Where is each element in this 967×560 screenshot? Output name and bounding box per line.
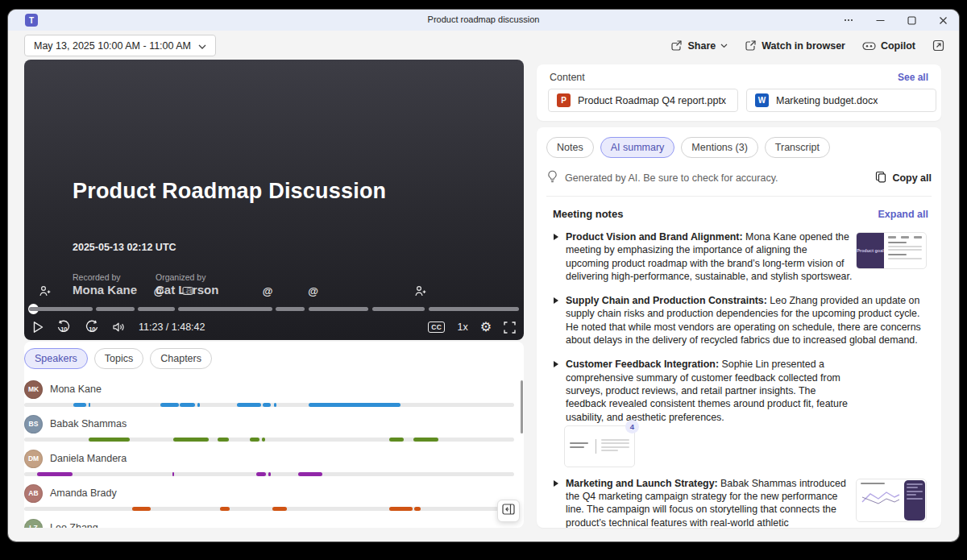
expand-caret-icon[interactable]	[554, 234, 558, 240]
mini-line-chart	[861, 486, 901, 508]
tab-chapters[interactable]: Chapters	[150, 348, 212, 369]
open-side-panel-button[interactable]	[497, 500, 520, 522]
person-add-marker-icon[interactable]	[415, 285, 427, 301]
ai-notice-banner: Generated by AI. Be sure to check for ac…	[546, 170, 932, 197]
speaker-timeline[interactable]	[24, 403, 514, 407]
copy-icon	[875, 171, 886, 185]
file-chip-docx[interactable]: W Marketing budget.docx	[746, 89, 936, 112]
recap-panel: Notes AI summary Mentions (3) Transcript…	[537, 127, 941, 528]
app-window: T Product roadmap discussion May 13, 202…	[8, 10, 959, 541]
forward-10-icon[interactable]: 10	[84, 320, 100, 334]
clip-marker-icon[interactable]	[182, 285, 193, 298]
meeting-notes-heading: Meeting notes	[553, 208, 623, 220]
note-title: Supply Chain and Production Constraints:	[566, 295, 767, 306]
note-title: Product Vision and Brand Alignment:	[566, 231, 743, 243]
see-all-link[interactable]: See all	[898, 72, 928, 83]
speaker-name: Daniela Mandera	[50, 453, 127, 464]
volume-button[interactable]	[112, 321, 125, 333]
speaker-row[interactable]: LZ Leo Zhang	[24, 518, 516, 528]
speaker-row[interactable]: DM Daniela Mandera	[24, 449, 516, 483]
fullscreen-button[interactable]	[504, 321, 516, 334]
playback-rate-button[interactable]: 1x	[457, 321, 467, 333]
content-section: Content See all P Product Roadmap Q4 rep…	[537, 64, 941, 121]
expand-caret-icon[interactable]	[554, 361, 558, 367]
expand-caret-icon[interactable]	[554, 297, 558, 304]
date-range-dropdown[interactable]: May 13, 2025 10:00 AM - 11:00 AM	[24, 35, 216, 56]
avatar: LZ	[24, 519, 43, 529]
copilot-icon	[862, 39, 876, 52]
date-range-label: May 13, 2025 10:00 AM - 11:00 AM	[34, 40, 191, 52]
tab-transcript[interactable]: Transcript	[765, 137, 830, 158]
chevron-down-icon	[720, 44, 728, 48]
mention-marker-icon[interactable]: @	[308, 285, 318, 298]
mention-marker-icon[interactable]: @	[154, 285, 164, 298]
time-display: 11:23 / 1:48:42	[139, 321, 205, 333]
speaker-timeline[interactable]	[24, 507, 514, 511]
watch-in-browser-button[interactable]: Watch in browser	[745, 39, 845, 52]
video-player[interactable]: Product Roadmap Discussion 2025-05-13 02…	[24, 60, 524, 340]
speaker-name: Babak Shammas	[50, 418, 127, 429]
avatar: AB	[24, 484, 43, 503]
scrollbar-thumb[interactable]	[521, 380, 523, 433]
share-button[interactable]: Share	[670, 39, 728, 52]
watch-in-browser-label: Watch in browser	[762, 40, 845, 52]
speaker-name: Mona Kane	[50, 384, 102, 395]
share-label: Share	[687, 40, 716, 52]
svg-text:10: 10	[60, 326, 67, 333]
expand-all-link[interactable]: Expand all	[878, 209, 928, 220]
progress-bar[interactable]	[29, 307, 519, 311]
copilot-button[interactable]: Copilot	[862, 39, 915, 52]
mention-marker-icon[interactable]: @	[263, 285, 273, 298]
avatar: BS	[24, 415, 43, 433]
speaker-name: Leo Zhang	[50, 522, 98, 528]
recorded-by-label: Recorded by	[73, 272, 121, 282]
person-add-icon	[39, 285, 52, 297]
tab-mentions[interactable]: Mentions (3)	[681, 137, 757, 158]
speaker-row[interactable]: BS Babak Shammas	[24, 414, 516, 449]
tab-topics[interactable]: Topics	[94, 348, 143, 369]
tab-notes[interactable]: Notes	[546, 137, 594, 158]
window-title: Product roadmap discussion	[428, 15, 540, 24]
lightbulb-icon	[546, 170, 558, 186]
file-chip-pptx[interactable]: P Product Roadmap Q4 report.pptx	[548, 89, 738, 112]
person-add-marker-icon[interactable]	[39, 285, 52, 301]
copy-all-label: Copy all	[892, 172, 932, 184]
slide-thumbnail[interactable]	[856, 479, 927, 522]
note-item: Customer Feedback Integration: Sophie Li…	[553, 358, 928, 465]
chevron-down-icon	[198, 40, 206, 52]
expand-caret-icon[interactable]	[554, 480, 558, 487]
minimize-button[interactable]	[876, 16, 885, 25]
note-title: Customer Feedback Integration:	[566, 359, 719, 370]
speaker-timeline[interactable]	[24, 438, 514, 442]
rewind-10-icon[interactable]: 10	[56, 320, 72, 334]
more-options-button[interactable]	[844, 19, 853, 22]
closed-captions-button[interactable]: CC	[428, 321, 445, 333]
pop-out-icon	[932, 39, 944, 52]
settings-gear-icon[interactable]: ⚙	[480, 321, 492, 334]
note-item: Marketing and Launch Strategy: Babak Sha…	[553, 477, 928, 528]
play-button[interactable]	[32, 321, 44, 334]
speaker-row[interactable]: MK Mona Kane	[24, 380, 516, 414]
speaker-timeline[interactable]	[24, 472, 514, 476]
video-slide-title: Product Roadmap Discussion	[73, 179, 386, 204]
note-item: Product Vision and Brand Alignment: Mona…	[553, 230, 928, 283]
file-name: Marketing budget.docx	[776, 95, 878, 106]
open-external-icon	[745, 39, 757, 52]
copilot-label: Copilot	[881, 40, 915, 52]
slide-thumbnail[interactable]: 4	[564, 425, 635, 467]
timeline-markers[interactable]: @@@	[29, 285, 519, 301]
pop-out-button[interactable]	[932, 39, 944, 52]
close-button[interactable]	[939, 16, 948, 25]
content-heading: Content	[550, 72, 585, 83]
file-name: Product Roadmap Q4 report.pptx	[578, 95, 726, 106]
maximize-button[interactable]	[907, 16, 916, 25]
note-title: Marketing and Launch Strategy:	[566, 478, 718, 489]
copy-all-button[interactable]: Copy all	[875, 171, 932, 185]
slide-thumbnail[interactable]: Product goal	[856, 232, 927, 269]
person-add-icon	[415, 285, 427, 297]
tab-ai-summary[interactable]: AI summary	[600, 137, 675, 158]
speaker-row[interactable]: AB Amanda Brady	[24, 483, 516, 518]
svg-text:10: 10	[89, 326, 95, 333]
speakers-panel: Speakers Topics Chapters MK Mona Kane BS…	[24, 342, 524, 528]
tab-speakers[interactable]: Speakers	[24, 348, 88, 369]
